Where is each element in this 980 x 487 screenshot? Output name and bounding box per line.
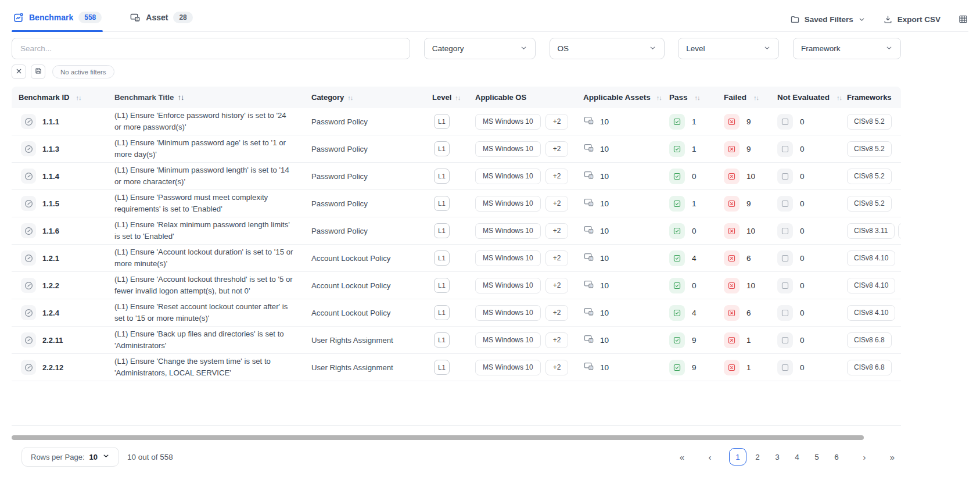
svg-text:0: 0: [590, 175, 592, 178]
next-page-button[interactable]: ›: [856, 448, 873, 465]
benchmark-category: Password Policy: [311, 199, 368, 208]
main-content: Category OS Level Framework: [12, 38, 901, 467]
last-page-button[interactable]: »: [884, 448, 901, 465]
table-row[interactable]: 1.1.5 (L1) Ensure 'Password must meet co…: [12, 190, 901, 217]
close-icon: [15, 67, 23, 77]
framework-badge: CISv8 6.8: [847, 332, 892, 348]
framework-badge: CISv8 5.2: [847, 141, 892, 157]
pass-count: 0: [692, 227, 697, 235]
column-header-pass[interactable]: Pass↑↓: [668, 87, 723, 108]
page-button-3[interactable]: 3: [769, 448, 786, 465]
table-row[interactable]: 1.2.2 (L1) Ensure 'Account lockout thres…: [12, 272, 901, 299]
column-label: Applicable Assets: [583, 93, 651, 102]
table-row[interactable]: 1.1.6 (L1) Ensure 'Relax minimum passwor…: [12, 217, 901, 245]
os-more-badge[interactable]: +2: [545, 278, 569, 293]
saved-filters-label: Saved Filters: [805, 15, 853, 24]
page-button-1[interactable]: 1: [729, 448, 746, 465]
table-row[interactable]: 1.2.1 (L1) Ensure 'Account lockout durat…: [12, 245, 901, 272]
failed-x-icon: [724, 305, 740, 321]
framework-badge: CISv8 4.10: [847, 250, 895, 266]
tab-asset[interactable]: 0 Asset 28: [128, 8, 194, 31]
column-header-not-evaluated[interactable]: Not Evaluated↑↓: [773, 87, 842, 108]
level-badge: L1: [434, 196, 450, 211]
page-button-4[interactable]: 4: [788, 448, 806, 465]
horizontal-scrollbar[interactable]: [12, 435, 901, 440]
benchmark-id: 1.2.1: [42, 254, 59, 263]
column-settings-button[interactable]: [958, 14, 968, 24]
benchmark-title: (L1) Ensure 'Account lockout threshold' …: [114, 274, 294, 297]
os-more-badge[interactable]: +2: [545, 305, 569, 321]
pass-count: 1: [692, 199, 697, 208]
os-more-badge[interactable]: +2: [545, 223, 569, 239]
column-header-assets[interactable]: Applicable Assets↑↓: [579, 87, 668, 108]
search-input[interactable]: [12, 38, 410, 59]
page-button-6[interactable]: 6: [828, 448, 845, 465]
column-header-level[interactable]: Level↑↓: [432, 87, 474, 108]
rows-per-page-dropdown[interactable]: Rows per Page: 10: [21, 447, 119, 467]
failed-x-icon: [724, 278, 740, 293]
export-csv-button[interactable]: Export CSV: [883, 15, 940, 24]
level-badge: L1: [434, 223, 450, 238]
os-more-badge[interactable]: +2: [545, 250, 569, 266]
first-page-button[interactable]: «: [673, 448, 691, 465]
svg-text:0: 0: [590, 202, 592, 206]
benchmark-gauge-icon: [21, 278, 36, 293]
column-header-id[interactable]: Benchmark ID↑↓: [12, 87, 114, 108]
failed-x-icon: [724, 169, 740, 184]
benchmark-category: Account Lockout Policy: [311, 254, 390, 263]
svg-text:0: 0: [590, 339, 592, 342]
table-row[interactable]: 2.2.11 (L1) Ensure 'Back up files and di…: [12, 327, 901, 354]
column-header-title[interactable]: Benchmark Title↑↓: [114, 87, 311, 108]
save-filter-button[interactable]: [31, 65, 45, 79]
pass-check-icon: [669, 223, 685, 239]
column-header-category[interactable]: Category↑↓: [311, 87, 432, 108]
benchmark-id: 1.1.5: [42, 199, 59, 208]
os-more-badge[interactable]: +2: [545, 141, 569, 157]
os-more-badge[interactable]: +2: [545, 332, 569, 348]
os-filter-dropdown[interactable]: OS: [550, 38, 665, 59]
tab-benchmark[interactable]: Benchmark 558: [12, 8, 103, 31]
table-row[interactable]: 1.1.4 (L1) Ensure 'Minimum password leng…: [12, 163, 901, 190]
floppy-save-icon: [34, 67, 42, 77]
os-badge: MS Windows 10: [475, 223, 541, 239]
previous-page-button[interactable]: ‹: [701, 448, 719, 465]
clear-filters-button[interactable]: [12, 65, 26, 79]
tab-asset-label: Asset: [146, 13, 168, 22]
pass-check-icon: [669, 114, 685, 130]
page-button-2[interactable]: 2: [749, 448, 766, 465]
pass-count: 0: [692, 281, 697, 290]
os-more-badge[interactable]: +2: [545, 114, 569, 130]
os-more-badge[interactable]: +2: [545, 169, 569, 184]
not-evaluated-count: 0: [800, 281, 805, 290]
table-row[interactable]: 1.1.3 (L1) Ensure 'Minimum password age'…: [12, 135, 901, 163]
column-header-failed[interactable]: Failed↑↓: [723, 87, 773, 108]
svg-text:0: 0: [590, 311, 592, 315]
scrollbar-thumb[interactable]: [12, 435, 864, 440]
os-badge: MS Windows 10: [475, 332, 541, 348]
benchmark-id: 1.2.2: [42, 281, 59, 290]
level-filter-dropdown[interactable]: Level: [678, 38, 779, 59]
not-evaluated-count: 0: [800, 117, 805, 126]
pass-check-icon: [669, 278, 685, 293]
table-row[interactable]: 2.2.12 (L1) Ensure 'Change the system ti…: [12, 354, 901, 381]
table-row[interactable]: 1.1.1 (L1) Ensure 'Enforce password hist…: [12, 108, 901, 135]
benchmark-id: 2.2.12: [42, 363, 63, 372]
pass-check-icon: [669, 141, 685, 157]
table-footer: Rows per Page: 10 10 out of 558 « ‹ 1234…: [12, 447, 901, 467]
not-evaluated-count: 0: [800, 363, 805, 372]
tabs: Benchmark 558 0 Asset 28: [12, 8, 194, 31]
failed-count: 1: [746, 336, 751, 345]
framework-filter-label: Framework: [801, 44, 841, 53]
framework-filter-dropdown[interactable]: Framework: [793, 38, 901, 59]
os-more-badge[interactable]: +2: [545, 196, 569, 212]
category-filter-dropdown[interactable]: Category: [424, 38, 536, 59]
benchmark-gauge-icon: [13, 12, 24, 23]
not-evaluated-count: 0: [800, 309, 805, 317]
table-row[interactable]: 1.2.4 (L1) Ensure 'Reset account lockout…: [12, 299, 901, 327]
pass-count: 9: [692, 363, 697, 372]
os-more-badge[interactable]: +2: [545, 360, 569, 375]
benchmark-title: (L1) Ensure 'Password must meet complexi…: [114, 192, 294, 215]
applicable-assets-count: 10: [600, 336, 609, 345]
saved-filters-button[interactable]: Saved Filters: [790, 15, 866, 24]
page-button-5[interactable]: 5: [808, 448, 825, 465]
